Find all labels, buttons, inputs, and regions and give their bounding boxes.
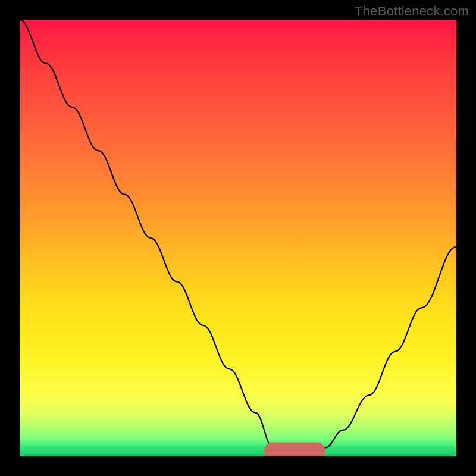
bottleneck-curve (20, 20, 456, 456)
watermark-text: TheBottleneck.com (355, 4, 469, 19)
trough-marker (264, 443, 325, 456)
curve-svg (20, 20, 456, 456)
chart-frame: TheBottleneck.com (0, 0, 476, 476)
plot-area (20, 20, 456, 456)
